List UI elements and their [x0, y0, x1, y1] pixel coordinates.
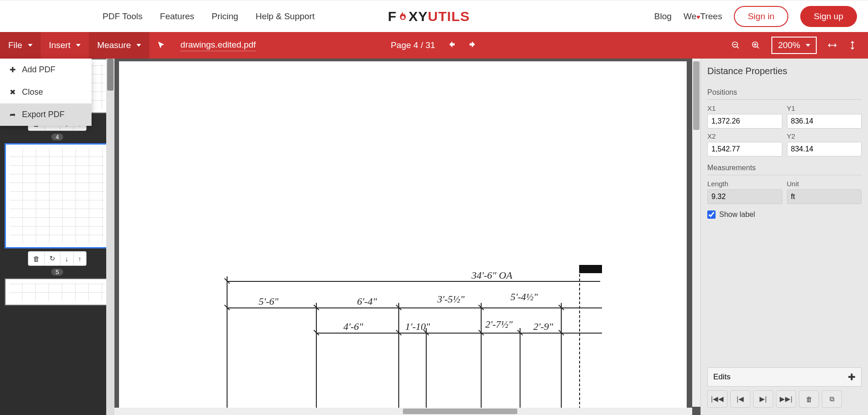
file-dropdown-menu: ✚ Add PDF ✖ Close ➦ Export PDF	[0, 59, 92, 126]
canvas-hscrollbar[interactable]	[114, 408, 692, 415]
measurements-section-label: Measurements	[707, 164, 862, 175]
dim-overall: 34'-6" OA	[472, 269, 512, 281]
nav-wetrees[interactable]: We♥Trees	[684, 11, 722, 22]
logo[interactable]: F XY UTILS	[388, 9, 470, 24]
filename-display[interactable]: drawings.edited.pdf	[180, 40, 256, 51]
canvas-area: 34'-6" OA 5'-6" 6'-4" 3'-5½" 5'-4½" 4'-6…	[114, 59, 700, 415]
zoom-out-button[interactable]	[731, 41, 740, 50]
pointer-tool-button[interactable]	[149, 32, 172, 59]
prev-page-button[interactable]	[447, 40, 456, 51]
x2-input[interactable]	[707, 142, 782, 156]
heart-icon: ♥	[696, 13, 700, 20]
logo-f: F	[388, 9, 396, 24]
thumb-move-down-button[interactable]: ↓	[60, 252, 74, 265]
edits-delete-button[interactable]: 🗑	[799, 390, 819, 408]
caret-down-icon	[136, 44, 141, 47]
nav-pdf-tools[interactable]: PDF Tools	[103, 11, 142, 22]
arrow-right-icon	[468, 40, 477, 49]
x1-label: X1	[707, 104, 782, 112]
y1-label: Y1	[787, 104, 862, 112]
pdf-canvas[interactable]: 34'-6" OA 5'-6" 6'-4" 3'-5½" 5'-4½" 4'-6…	[119, 61, 687, 409]
close-icon: ✖	[8, 88, 16, 97]
toolbar: File Insert Measure drawings.edited.pdf …	[0, 32, 868, 59]
x1-input[interactable]	[707, 114, 782, 129]
nav-features[interactable]: Features	[160, 11, 194, 22]
next-page-button[interactable]	[468, 40, 477, 51]
pager: Page 4 / 31	[391, 40, 477, 51]
nav-help-support[interactable]: Help & Support	[255, 11, 315, 22]
measure-menu-button[interactable]: Measure	[89, 32, 149, 59]
cursor-icon	[157, 41, 166, 50]
zoom-in-button[interactable]	[751, 41, 760, 50]
export-icon: ➦	[8, 110, 16, 119]
edits-add-button[interactable]: ✚	[848, 372, 856, 383]
length-label: Length	[707, 180, 782, 188]
arrow-left-icon	[447, 40, 456, 49]
thumbnail-page-4[interactable]	[5, 143, 110, 248]
panel-title: Distance Properties	[707, 66, 862, 76]
y2-input[interactable]	[787, 142, 862, 156]
thumbnail-number-4: 4	[51, 134, 63, 140]
caret-down-icon	[76, 44, 81, 47]
edits-header: Edits ✚	[707, 367, 862, 387]
file-menu-close[interactable]: ✖ Close	[0, 81, 92, 103]
unit-label: Unit	[787, 180, 862, 188]
scrollbar-thumb[interactable]	[403, 409, 517, 414]
y1-input[interactable]	[787, 114, 862, 129]
caret-down-icon	[28, 44, 33, 47]
dim-2: 6'-4"	[357, 296, 377, 307]
edits-next-button[interactable]: ▶|	[753, 390, 773, 408]
y2-label: Y2	[787, 132, 862, 140]
thumbnail-toolbar: 🗑 ↻ ↓ ↑	[28, 251, 87, 266]
dim-8: 2'-9"	[533, 321, 553, 333]
thumbnail-page-5[interactable]	[5, 278, 110, 306]
canvas-vscrollbar[interactable]	[692, 59, 700, 407]
dim-3: 3'-5½"	[437, 293, 465, 305]
thumb-delete-button[interactable]: 🗑	[28, 252, 45, 265]
show-label-checkbox[interactable]	[707, 210, 716, 219]
show-label-text: Show label	[719, 210, 755, 219]
signup-button[interactable]: Sign up	[800, 6, 857, 27]
thumbnail-scrollbar[interactable]	[106, 59, 114, 415]
x2-label: X2	[707, 132, 782, 140]
fit-height-button[interactable]	[848, 41, 857, 50]
logo-utils: UTILS	[428, 9, 470, 24]
positions-section-label: Positions	[707, 88, 862, 100]
dim-1: 5'-6"	[259, 296, 278, 307]
nav-blog[interactable]: Blog	[654, 11, 672, 22]
nav-pricing[interactable]: Pricing	[212, 11, 238, 22]
top-nav: PDF Tools Features Pricing Help & Suppor…	[0, 0, 868, 32]
thumb-rotate-button[interactable]: ↻	[45, 252, 60, 265]
length-input	[707, 189, 782, 204]
edits-first-button[interactable]: |◀◀	[707, 390, 727, 408]
edits-prev-button[interactable]: |◀	[730, 390, 750, 408]
edits-last-button[interactable]: ▶▶|	[776, 390, 796, 408]
fit-width-button[interactable]	[828, 41, 837, 50]
signin-button[interactable]: Sign in	[734, 6, 788, 27]
zoom-dropdown[interactable]: 200%	[771, 37, 817, 54]
edits-label: Edits	[713, 372, 731, 382]
caret-down-icon	[806, 44, 810, 47]
scrollbar-thumb[interactable]	[107, 59, 114, 91]
dim-7: 2'-7½"	[485, 318, 513, 330]
thumb-move-up-button[interactable]: ↑	[74, 252, 87, 265]
logo-xy: XY	[409, 9, 428, 24]
flame-icon	[397, 11, 409, 22]
file-menu-button[interactable]: File	[0, 32, 41, 59]
plus-icon: ✚	[8, 65, 16, 74]
file-menu-export-pdf[interactable]: ➦ Export PDF	[0, 103, 92, 126]
dim-4: 5'-4½"	[510, 291, 538, 303]
dim-5: 4'-6"	[343, 321, 363, 333]
insert-menu-button[interactable]: Insert	[41, 32, 89, 59]
page-indicator: Page 4 / 31	[391, 40, 435, 50]
unit-input	[787, 189, 862, 204]
thumbnail-number-5: 5	[51, 269, 63, 275]
edits-copy-button[interactable]: ⧉	[822, 390, 842, 408]
file-menu-add-pdf[interactable]: ✚ Add PDF	[0, 59, 92, 81]
properties-panel: Distance Properties Positions X1 Y1 X2 Y…	[700, 59, 868, 415]
scrollbar-thumb[interactable]	[693, 61, 700, 130]
svg-point-0	[401, 16, 404, 18]
